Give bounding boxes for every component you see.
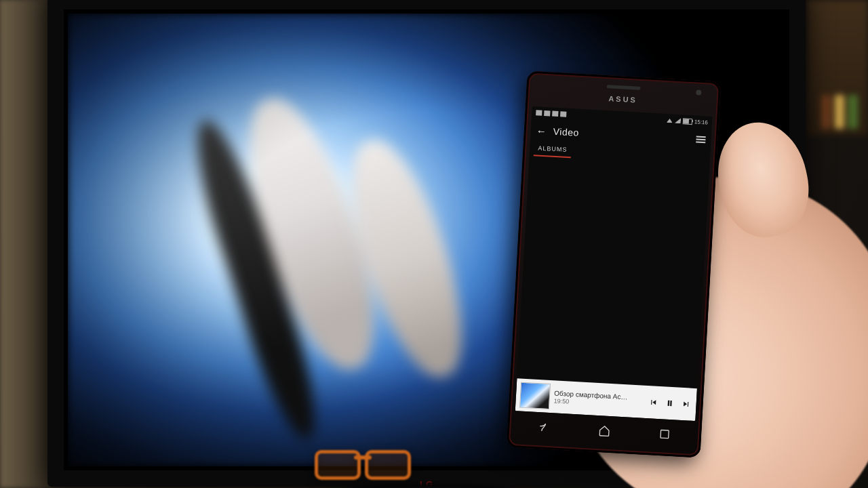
room-wall	[0, 0, 54, 488]
tv-stand	[318, 484, 535, 488]
back-arrow-icon	[537, 420, 551, 434]
notification-icon	[560, 111, 566, 117]
status-time: 15:16	[694, 119, 709, 125]
smartphone: ASUS 15:16 ← V	[507, 70, 722, 458]
nav-recent-button[interactable]	[657, 427, 671, 444]
photo-scene: LG ASUS	[0, 0, 868, 488]
wifi-icon	[667, 117, 673, 123]
phone-screen: 15:16 ← Video ALBUMS Обзор смартфона Ас……	[515, 106, 713, 421]
notification-icon	[544, 110, 550, 116]
skip-next-icon	[681, 399, 691, 409]
home-icon	[597, 424, 612, 438]
phone-brand-logo: ASUS	[608, 94, 637, 104]
nav-home-button[interactable]	[597, 424, 611, 441]
menu-button[interactable]	[696, 136, 706, 144]
pause-icon	[665, 399, 675, 409]
mini-player-info[interactable]: Обзор смартфона Ас… 19:50	[553, 389, 644, 409]
nav-back-button[interactable]	[537, 420, 551, 437]
mini-player-thumbnail[interactable]	[519, 382, 551, 409]
previous-button[interactable]	[647, 396, 660, 409]
battery-icon	[683, 118, 692, 125]
3d-glasses	[312, 446, 414, 476]
notification-icon	[536, 110, 542, 115]
notification-icon	[552, 111, 558, 117]
recent-apps-icon	[657, 427, 671, 441]
skip-previous-icon	[648, 397, 658, 407]
app-title: Video	[553, 126, 579, 138]
next-button[interactable]	[679, 398, 692, 411]
front-camera-icon	[696, 89, 701, 95]
video-list-area[interactable]	[517, 156, 709, 388]
room-shelf	[807, 0, 868, 136]
phone-speaker	[606, 85, 640, 90]
back-button[interactable]: ←	[536, 125, 547, 136]
signal-icon	[675, 118, 681, 123]
tab-albums[interactable]: ALBUMS	[534, 142, 572, 158]
svg-rect-0	[660, 430, 669, 438]
pause-button[interactable]	[663, 396, 676, 409]
